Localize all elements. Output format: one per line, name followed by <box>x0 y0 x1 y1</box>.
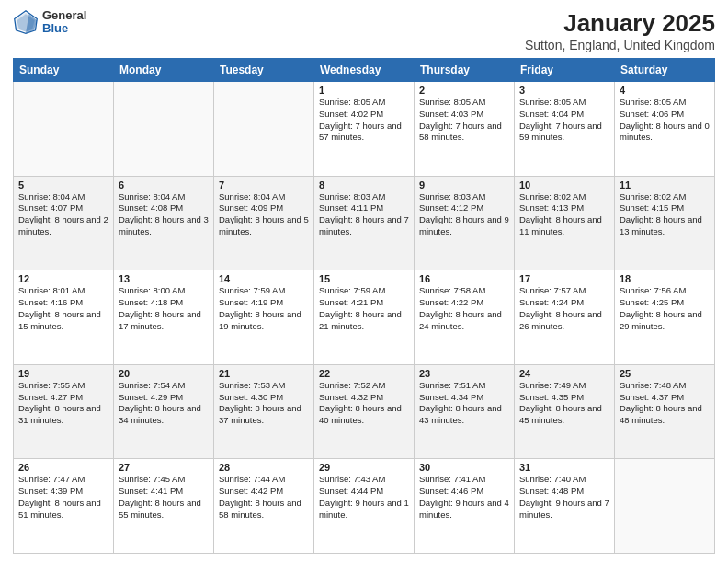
day-info: Sunrise: 7:56 AM Sunset: 4:25 PM Dayligh… <box>620 285 710 332</box>
day-number: 2 <box>419 85 509 96</box>
day-number: 31 <box>519 462 609 473</box>
day-number: 17 <box>519 273 609 284</box>
calendar-title: January 2025 <box>525 9 715 38</box>
table-row: 5Sunrise: 8:04 AM Sunset: 4:07 PM Daylig… <box>14 176 114 270</box>
table-row: 21Sunrise: 7:53 AM Sunset: 4:30 PM Dayli… <box>214 364 314 459</box>
day-number: 6 <box>119 179 209 190</box>
day-number: 10 <box>519 179 609 190</box>
day-info: Sunrise: 8:05 AM Sunset: 4:03 PM Dayligh… <box>419 97 509 144</box>
logo-text: General Blue <box>42 9 86 36</box>
day-number: 30 <box>419 462 509 473</box>
day-number: 3 <box>519 85 609 96</box>
table-row: 7Sunrise: 8:04 AM Sunset: 4:09 PM Daylig… <box>214 176 314 270</box>
logo-general-text: General <box>42 9 86 22</box>
header: General Blue January 2025 Sutton, Englan… <box>13 9 715 52</box>
day-number: 15 <box>319 273 409 284</box>
table-row: 25Sunrise: 7:48 AM Sunset: 4:37 PM Dayli… <box>615 364 715 459</box>
day-info: Sunrise: 8:04 AM Sunset: 4:09 PM Dayligh… <box>219 191 309 238</box>
table-row: 23Sunrise: 7:51 AM Sunset: 4:34 PM Dayli… <box>415 364 515 459</box>
table-row: 12Sunrise: 8:01 AM Sunset: 4:16 PM Dayli… <box>14 270 114 365</box>
day-info: Sunrise: 7:51 AM Sunset: 4:34 PM Dayligh… <box>419 380 509 427</box>
day-number: 7 <box>219 179 309 190</box>
col-friday: Friday <box>515 59 615 82</box>
table-row: 19Sunrise: 7:55 AM Sunset: 4:27 PM Dayli… <box>14 364 114 459</box>
day-number: 5 <box>18 179 108 190</box>
col-sunday: Sunday <box>14 59 114 82</box>
day-info: Sunrise: 7:40 AM Sunset: 4:48 PM Dayligh… <box>519 474 609 521</box>
day-number: 1 <box>319 85 409 96</box>
table-row: 13Sunrise: 8:00 AM Sunset: 4:18 PM Dayli… <box>114 270 214 365</box>
calendar-week-row: 1Sunrise: 8:05 AM Sunset: 4:02 PM Daylig… <box>14 82 715 177</box>
day-info: Sunrise: 7:47 AM Sunset: 4:39 PM Dayligh… <box>18 474 108 521</box>
table-row: 24Sunrise: 7:49 AM Sunset: 4:35 PM Dayli… <box>515 364 615 459</box>
table-row: 20Sunrise: 7:54 AM Sunset: 4:29 PM Dayli… <box>114 364 214 459</box>
table-row <box>114 82 214 177</box>
logo-blue-text: Blue <box>42 22 86 35</box>
table-row: 17Sunrise: 7:57 AM Sunset: 4:24 PM Dayli… <box>515 270 615 365</box>
table-row: 27Sunrise: 7:45 AM Sunset: 4:41 PM Dayli… <box>114 459 214 554</box>
col-tuesday: Tuesday <box>214 59 314 82</box>
table-row: 10Sunrise: 8:02 AM Sunset: 4:13 PM Dayli… <box>515 176 615 270</box>
day-info: Sunrise: 7:45 AM Sunset: 4:41 PM Dayligh… <box>119 474 209 521</box>
day-info: Sunrise: 8:03 AM Sunset: 4:11 PM Dayligh… <box>319 191 409 238</box>
table-row: 6Sunrise: 8:04 AM Sunset: 4:08 PM Daylig… <box>114 176 214 270</box>
day-info: Sunrise: 7:44 AM Sunset: 4:42 PM Dayligh… <box>219 474 309 521</box>
table-row: 18Sunrise: 7:56 AM Sunset: 4:25 PM Dayli… <box>615 270 715 365</box>
col-wednesday: Wednesday <box>314 59 415 82</box>
day-info: Sunrise: 8:05 AM Sunset: 4:06 PM Dayligh… <box>620 97 710 144</box>
table-row: 15Sunrise: 7:59 AM Sunset: 4:21 PM Dayli… <box>314 270 415 365</box>
day-info: Sunrise: 8:02 AM Sunset: 4:15 PM Dayligh… <box>620 191 710 238</box>
calendar-table: Sunday Monday Tuesday Wednesday Thursday… <box>13 58 715 554</box>
day-number: 13 <box>119 273 209 284</box>
day-number: 14 <box>219 273 309 284</box>
logo: General Blue <box>13 9 86 36</box>
day-number: 26 <box>18 462 108 473</box>
day-number: 28 <box>219 462 309 473</box>
table-row <box>214 82 314 177</box>
table-row: 22Sunrise: 7:52 AM Sunset: 4:32 PM Dayli… <box>314 364 415 459</box>
day-info: Sunrise: 8:00 AM Sunset: 4:18 PM Dayligh… <box>119 285 209 332</box>
table-row: 31Sunrise: 7:40 AM Sunset: 4:48 PM Dayli… <box>515 459 615 554</box>
table-row: 16Sunrise: 7:58 AM Sunset: 4:22 PM Dayli… <box>415 270 515 365</box>
day-info: Sunrise: 7:59 AM Sunset: 4:21 PM Dayligh… <box>319 285 409 332</box>
table-row: 28Sunrise: 7:44 AM Sunset: 4:42 PM Dayli… <box>214 459 314 554</box>
day-number: 21 <box>219 368 309 379</box>
day-info: Sunrise: 7:41 AM Sunset: 4:46 PM Dayligh… <box>419 474 509 521</box>
day-info: Sunrise: 8:04 AM Sunset: 4:07 PM Dayligh… <box>18 191 108 238</box>
logo-icon <box>13 9 39 35</box>
table-row: 11Sunrise: 8:02 AM Sunset: 4:15 PM Dayli… <box>615 176 715 270</box>
day-number: 25 <box>620 368 710 379</box>
calendar-week-row: 5Sunrise: 8:04 AM Sunset: 4:07 PM Daylig… <box>14 176 715 270</box>
day-info: Sunrise: 8:05 AM Sunset: 4:04 PM Dayligh… <box>519 97 609 144</box>
table-row: 30Sunrise: 7:41 AM Sunset: 4:46 PM Dayli… <box>415 459 515 554</box>
day-info: Sunrise: 7:55 AM Sunset: 4:27 PM Dayligh… <box>18 380 108 427</box>
day-number: 29 <box>319 462 409 473</box>
day-info: Sunrise: 7:54 AM Sunset: 4:29 PM Dayligh… <box>119 380 209 427</box>
page: General Blue January 2025 Sutton, Englan… <box>0 0 728 563</box>
col-saturday: Saturday <box>615 59 715 82</box>
day-number: 27 <box>119 462 209 473</box>
table-row: 1Sunrise: 8:05 AM Sunset: 4:02 PM Daylig… <box>314 82 415 177</box>
day-info: Sunrise: 7:52 AM Sunset: 4:32 PM Dayligh… <box>319 380 409 427</box>
table-row: 29Sunrise: 7:43 AM Sunset: 4:44 PM Dayli… <box>314 459 415 554</box>
calendar-week-row: 26Sunrise: 7:47 AM Sunset: 4:39 PM Dayli… <box>14 459 715 554</box>
day-info: Sunrise: 8:02 AM Sunset: 4:13 PM Dayligh… <box>519 191 609 238</box>
day-number: 18 <box>620 273 710 284</box>
day-info: Sunrise: 8:03 AM Sunset: 4:12 PM Dayligh… <box>419 191 509 238</box>
table-row <box>615 459 715 554</box>
table-row: 4Sunrise: 8:05 AM Sunset: 4:06 PM Daylig… <box>615 82 715 177</box>
day-number: 22 <box>319 368 409 379</box>
col-thursday: Thursday <box>415 59 515 82</box>
day-info: Sunrise: 7:59 AM Sunset: 4:19 PM Dayligh… <box>219 285 309 332</box>
calendar-subtitle: Sutton, England, United Kingdom <box>525 38 715 52</box>
day-info: Sunrise: 7:48 AM Sunset: 4:37 PM Dayligh… <box>620 380 710 427</box>
table-row: 26Sunrise: 7:47 AM Sunset: 4:39 PM Dayli… <box>14 459 114 554</box>
day-number: 20 <box>119 368 209 379</box>
table-row: 2Sunrise: 8:05 AM Sunset: 4:03 PM Daylig… <box>415 82 515 177</box>
day-info: Sunrise: 7:49 AM Sunset: 4:35 PM Dayligh… <box>519 380 609 427</box>
table-row <box>14 82 114 177</box>
day-number: 24 <box>519 368 609 379</box>
day-number: 12 <box>18 273 108 284</box>
col-monday: Monday <box>114 59 214 82</box>
day-info: Sunrise: 7:43 AM Sunset: 4:44 PM Dayligh… <box>319 474 409 521</box>
